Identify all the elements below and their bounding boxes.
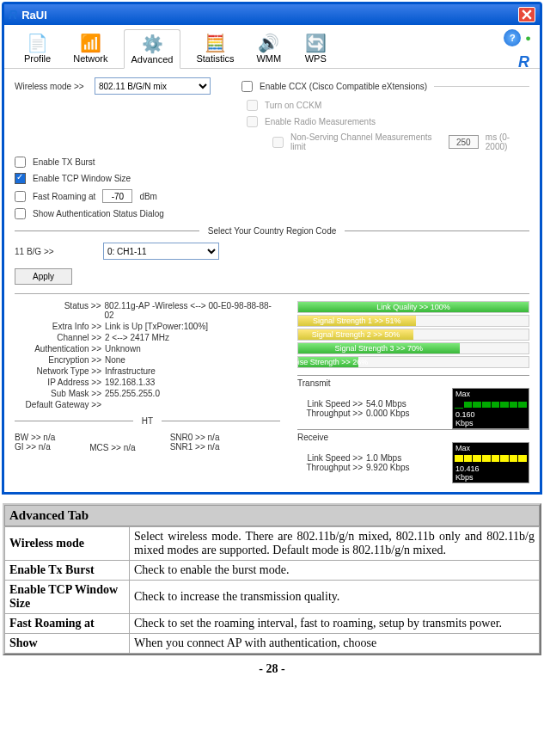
non-serving-checkbox — [272, 137, 284, 148]
receive-meter: Max 10.416Kbps — [452, 442, 529, 483]
enable-tx-burst-checkbox[interactable] — [15, 157, 26, 168]
advanced-icon: ⚙️ — [140, 34, 164, 54]
status-row: Network Type >>Infrastructure — [15, 366, 280, 376]
ht-section-header: HT — [15, 416, 280, 426]
doc-row: ShowWhen you connect AP with authenticat… — [5, 634, 540, 654]
documentation-table: Advanced Tab Wireless modeSelect wireles… — [3, 503, 541, 655]
country-section-header: Select Your Country Region Code — [15, 226, 529, 236]
status-row: Encryption >>None — [15, 355, 280, 365]
titlebar[interactable]: R RaUI — [4, 4, 540, 25]
status-row: Channel >>2 <--> 2417 MHz — [15, 333, 280, 342]
status-icon: ● — [525, 33, 531, 43]
window-title: RaUI — [21, 9, 47, 22]
quality-bar: Signal Strength 3 >> 70% — [297, 342, 529, 354]
page-number: - 28 - — [0, 662, 544, 676]
show-auth-label: Show Authentication Status Dialog — [33, 209, 164, 218]
transmit-section: Transmit Link Speed >>54.0 Mbps Throughp… — [297, 375, 529, 429]
doc-table-header: Advanced Tab — [4, 505, 540, 526]
wps-icon: 🔄 — [303, 33, 327, 53]
quality-bar: Signal Strength 2 >> 50% — [297, 329, 529, 341]
brand-logo: R — [518, 53, 529, 71]
wmm-icon: 🔊 — [257, 33, 281, 53]
status-info: Status >>802.11g-AP -Wireless <--> 00-E0… — [15, 301, 280, 483]
enable-tcp-window-label: Enable TCP Window Size — [33, 174, 131, 183]
help-icon[interactable]: ? — [504, 29, 521, 46]
tab-statistics[interactable]: 🧮 Statistics — [189, 29, 241, 68]
status-row: Status >>802.11g-AP -Wireless <--> 00-E0… — [15, 301, 280, 320]
app-icon: R — [9, 8, 17, 22]
tab-wps[interactable]: 🔄 WPS — [296, 29, 334, 68]
quality-bar: Signal Strength 1 >> 51% — [297, 315, 529, 327]
network-icon: 📶 — [78, 33, 102, 53]
non-serving-label-prefix: Non-Serving Channel Measurements limit — [290, 132, 442, 151]
turn-on-cckm-label: Turn on CCKM — [265, 101, 321, 110]
fast-roaming-checkbox[interactable] — [15, 191, 26, 202]
status-row: IP Address >>192.168.1.33 — [15, 378, 280, 387]
quality-bars: Link Quality >> 100%Signal Strength 1 >>… — [297, 301, 529, 368]
status-row: Authentication >>Unknown — [15, 344, 280, 353]
transmit-meter: Max 0.160Kbps — [452, 388, 529, 429]
wireless-mode-select[interactable]: 802.11 B/G/N mix — [95, 77, 211, 95]
doc-row: Fast Roaming atCheck to set the roaming … — [5, 614, 540, 634]
doc-row: Wireless modeSelect wireless mode. There… — [5, 527, 540, 561]
tab-wmm[interactable]: 🔊 WMM — [249, 29, 288, 68]
show-auth-checkbox[interactable] — [15, 208, 26, 219]
enable-radio-measurements-checkbox — [247, 116, 258, 127]
tab-advanced[interactable]: ⚙️ Advanced — [124, 29, 181, 69]
apply-button[interactable]: Apply — [15, 268, 72, 285]
fast-roaming-label: Fast Roaming at — [33, 192, 95, 201]
close-button[interactable] — [518, 7, 535, 22]
enable-tx-burst-label: Enable TX Burst — [33, 157, 95, 167]
profile-icon: 📄 — [26, 33, 50, 53]
bg-channel-select[interactable]: 0: CH1-11 — [103, 243, 219, 260]
status-row: Default Gateway >> — [15, 400, 280, 409]
enable-ccx-label: Enable CCX (Cisco Compatible eXtensions) — [260, 82, 427, 91]
turn-on-cckm-checkbox — [247, 100, 258, 111]
doc-row: Enable TCP Window SizeCheck to increase … — [5, 581, 540, 614]
wireless-mode-label: Wireless mode >> — [15, 82, 88, 91]
tab-bar: 📄 Profile 📶 Network ⚙️ Advanced 🧮 Statis… — [4, 25, 540, 69]
receive-section: Receive Link Speed >>1.0 Mbps Throughput… — [297, 429, 529, 483]
doc-row: Enable Tx BurstCheck to enable the burst… — [5, 561, 540, 581]
status-row: Extra Info >>Link is Up [TxPower:100%] — [15, 322, 280, 331]
tab-network[interactable]: 📶 Network — [66, 29, 114, 68]
quality-bar: Noise Strength >> 26% — [297, 356, 529, 368]
enable-radio-measurements-label: Enable Radio Measurements — [265, 117, 376, 126]
fast-roaming-input[interactable] — [102, 189, 132, 203]
status-row: Sub Mask >>255.255.255.0 — [15, 389, 280, 398]
enable-tcp-window-checkbox[interactable] — [15, 173, 26, 184]
tab-profile[interactable]: 📄 Profile — [17, 29, 58, 68]
statistics-icon: 🧮 — [203, 33, 227, 53]
enable-ccx-checkbox[interactable] — [241, 81, 253, 92]
non-serving-label-suffix: ms (0-2000) — [486, 132, 529, 151]
quality-bar: Link Quality >> 100% — [297, 301, 529, 313]
bg-label: 11 B/G >> — [15, 247, 96, 256]
fast-roaming-unit: dBm — [139, 192, 157, 201]
non-serving-input — [449, 135, 479, 149]
app-window: R RaUI 📄 Profile 📶 Network ⚙️ Advanced 🧮… — [2, 2, 542, 495]
